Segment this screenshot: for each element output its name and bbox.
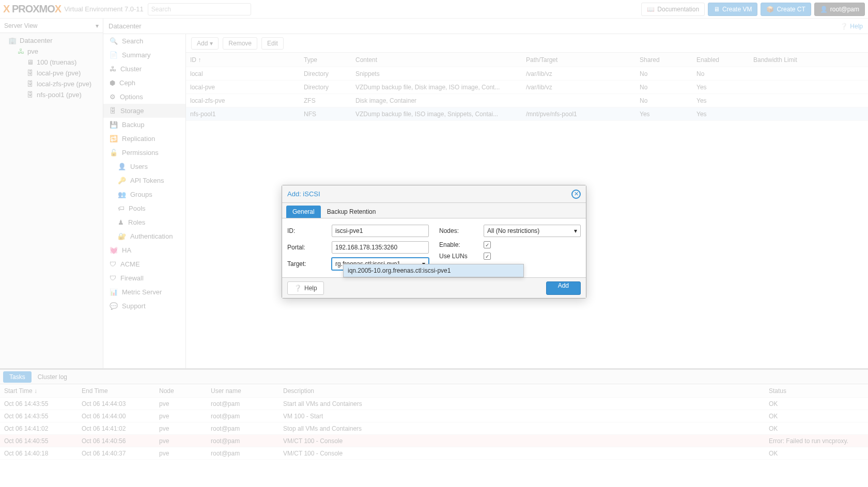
nodes-label: Nodes: <box>439 227 481 234</box>
enable-label: Enable: <box>439 241 481 248</box>
target-option[interactable]: iqn.2005-10.org.freenas.ctl:iscsi-pve1 <box>344 264 523 277</box>
close-button[interactable]: ✕ <box>571 190 581 199</box>
dialog-tabs: General Backup Retention <box>282 203 586 218</box>
portal-input[interactable] <box>332 241 429 254</box>
chevron-down-icon: ▾ <box>574 227 577 234</box>
use-luns-label: Use LUNs <box>439 253 481 260</box>
help-label: Help <box>304 285 317 292</box>
dialog-title: Add: iSCSI <box>287 190 320 198</box>
id-label: ID: <box>287 227 329 234</box>
enable-checkbox[interactable]: ✓ <box>484 241 491 248</box>
dialog-help-button[interactable]: ❔ Help <box>287 281 324 295</box>
add-iscsi-dialog: Add: iSCSI ✕ General Backup Retention ID… <box>282 185 586 299</box>
tab-backup-retention[interactable]: Backup Retention <box>321 206 382 218</box>
dialog-add-button[interactable]: Add <box>546 281 581 295</box>
dialog-title-bar: Add: iSCSI ✕ <box>282 185 586 203</box>
target-label: Target: <box>287 260 329 268</box>
dialog-body: ID: Portal: Target: rg.freenas.ctl:iscsi… <box>282 218 586 277</box>
portal-label: Portal: <box>287 244 329 251</box>
use-luns-checkbox[interactable]: ✓ <box>484 253 491 260</box>
nodes-select[interactable]: All (No restrictions) ▾ <box>484 225 581 237</box>
dialog-footer: ❔ Help Add <box>282 277 586 298</box>
id-input[interactable] <box>332 225 429 237</box>
target-dropdown: iqn.2005-10.org.freenas.ctl:iscsi-pve1 <box>343 264 524 277</box>
tab-general[interactable]: General <box>286 206 321 218</box>
help-icon: ❔ <box>294 285 302 292</box>
nodes-value: All (No restrictions) <box>487 227 539 234</box>
close-icon: ✕ <box>574 191 579 197</box>
